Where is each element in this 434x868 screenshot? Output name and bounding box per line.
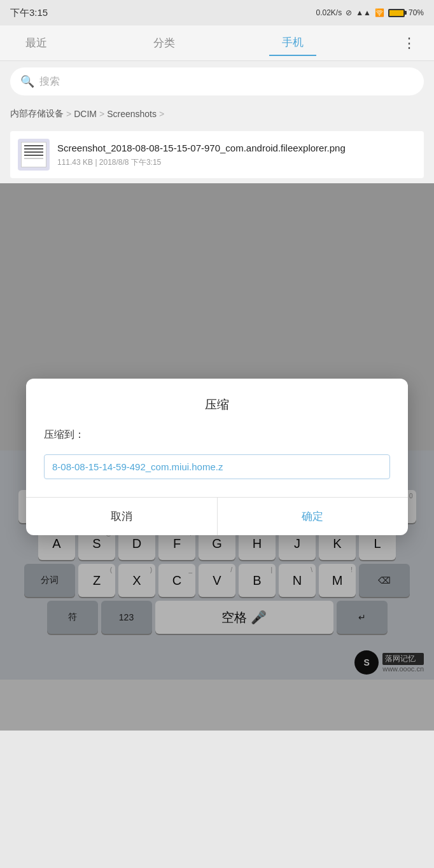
- search-bar-area: 🔍 搜索: [0, 61, 434, 102]
- breadcrumb-sep-2: >: [159, 109, 164, 119]
- signal-icon: ⊘: [346, 8, 352, 17]
- file-thumbnail: [18, 139, 50, 171]
- tab-phone[interactable]: 手机: [269, 30, 316, 56]
- tab-category[interactable]: 分类: [141, 31, 188, 55]
- compress-dialog: 压缩 压缩到： 8-08-08-15-14-59-492_com.miui.ho…: [26, 379, 408, 535]
- dialog-title: 压缩: [26, 379, 408, 423]
- battery-icon: [388, 9, 405, 17]
- file-info: Screenshot_2018-08-08-15-15-07-970_com.a…: [57, 141, 416, 168]
- battery-percent: 70%: [409, 8, 424, 17]
- status-bar: 下午3:15 0.02K/s ⊘ ▲▲ 🛜 70%: [0, 0, 434, 25]
- confirm-button[interactable]: 确定: [218, 498, 409, 535]
- breadcrumb-part-0[interactable]: 内部存储设备: [10, 108, 64, 120]
- file-list-area: Screenshot_2018-08-08-15-15-07-970_com.a…: [0, 126, 434, 183]
- network-speed: 0.02K/s: [316, 8, 342, 17]
- breadcrumb-part-1[interactable]: DCIM: [74, 109, 97, 119]
- dialog-input-wrap: 8-08-08-15-14-59-492_com.miui.home.z: [26, 447, 408, 497]
- breadcrumb-part-2[interactable]: Screenshots: [107, 109, 157, 119]
- signal-bars-icon: ▲▲: [356, 8, 371, 17]
- dialog-filename-input[interactable]: 8-08-08-15-14-59-492_com.miui.home.z: [44, 454, 390, 479]
- file-name: Screenshot_2018-08-08-15-15-07-970_com.a…: [57, 141, 416, 155]
- main-content: 最近 分类 手机 ⋮ 🔍 搜索 内部存储设备 > DCIM > Screensh…: [0, 25, 434, 680]
- breadcrumb-sep-0: >: [66, 109, 71, 119]
- dialog-buttons: 取消 确定: [26, 497, 408, 535]
- page-wrapper: 下午3:15 0.02K/s ⊘ ▲▲ 🛜 70% 最近 分类 手机 ⋮ 🔍 搜…: [0, 0, 434, 680]
- overlay-container: 压缩 压缩到： 8-08-08-15-14-59-492_com.miui.ho…: [0, 183, 434, 451]
- breadcrumb: 内部存储设备 > DCIM > Screenshots >: [0, 102, 434, 126]
- search-placeholder: 搜索: [39, 75, 60, 88]
- tab-recent[interactable]: 最近: [13, 31, 60, 55]
- dialog-overlay: 压缩 压缩到： 8-08-08-15-14-59-492_com.miui.ho…: [0, 183, 434, 731]
- breadcrumb-sep-1: >: [99, 109, 104, 119]
- search-icon: 🔍: [20, 74, 34, 88]
- more-menu-icon[interactable]: ⋮: [397, 32, 421, 54]
- status-right: 0.02K/s ⊘ ▲▲ 🛜 70%: [316, 8, 424, 17]
- dialog-label: 压缩到：: [26, 423, 408, 447]
- status-time: 下午3:15: [10, 7, 48, 19]
- file-item[interactable]: Screenshot_2018-08-08-15-15-07-970_com.a…: [10, 131, 424, 178]
- file-thumb-inner: [21, 142, 46, 167]
- file-meta: 111.43 KB | 2018/8/8 下午3:15: [57, 157, 416, 168]
- tab-bar: 最近 分类 手机 ⋮: [0, 25, 434, 61]
- cancel-button[interactable]: 取消: [26, 498, 217, 535]
- wifi-icon: 🛜: [375, 8, 384, 17]
- search-input[interactable]: 🔍 搜索: [10, 67, 424, 95]
